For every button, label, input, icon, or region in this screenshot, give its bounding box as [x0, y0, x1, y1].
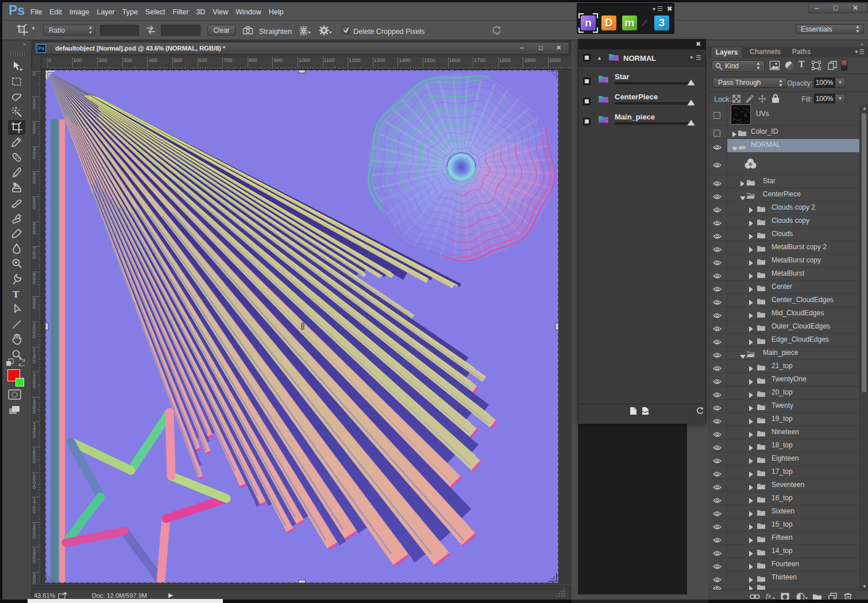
svg-text:T: T	[13, 289, 20, 300]
